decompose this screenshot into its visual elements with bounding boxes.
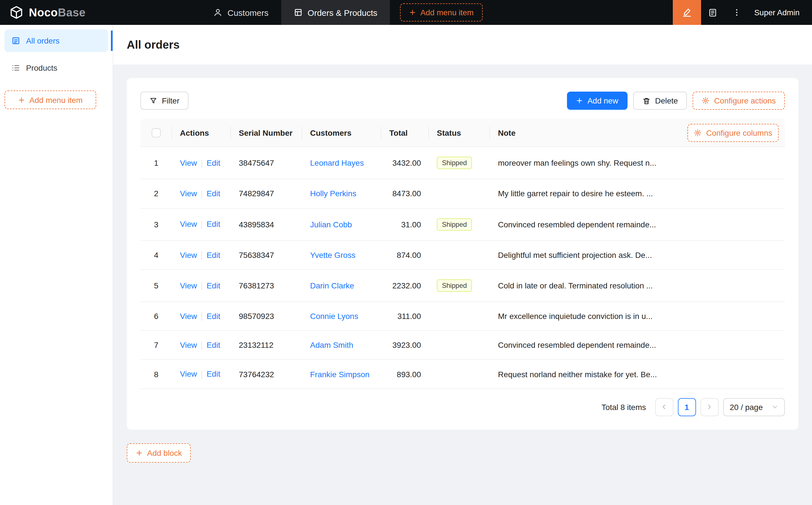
view-link[interactable]: View: [180, 281, 197, 290]
sidebar-item-products[interactable]: Products: [5, 56, 108, 79]
configure-columns-button[interactable]: Configure columns: [687, 124, 778, 142]
table-row: 7 ViewEdit 23132112 Adam Smith 3923.00 C…: [140, 331, 785, 360]
total-value: 8473.00: [392, 189, 421, 198]
note-text: moreover man feelings own shy. Request n…: [498, 159, 656, 168]
status-badge: Shipped: [437, 218, 472, 230]
column-header-note: Note: [490, 119, 687, 147]
view-link[interactable]: View: [180, 369, 197, 379]
orders-products-icon: [293, 8, 302, 17]
pagination-next-button[interactable]: [700, 398, 718, 416]
edit-link[interactable]: Edit: [207, 250, 220, 259]
note-text: Request norland neither mistake for yet.…: [498, 369, 657, 379]
table-row: 5 ViewEdit 76381273 Darin Clarke 2232.00…: [140, 270, 785, 302]
more-menu-button[interactable]: [725, 0, 749, 25]
status-badge: Shipped: [437, 157, 472, 169]
filter-button[interactable]: Filter: [140, 92, 188, 110]
gear-icon: [694, 129, 702, 137]
nocobase-logo-icon: [9, 5, 24, 20]
customer-link[interactable]: Leonard Hayes: [310, 159, 364, 168]
customer-link[interactable]: Frankie Simpson: [310, 369, 370, 379]
orders-table: Actions Serial Number Customers Total St…: [140, 119, 785, 389]
pagination-prev-button[interactable]: [655, 398, 673, 416]
row-index: 6: [154, 312, 158, 321]
main-menu: Customers Orders & Products Add menu ite…: [201, 0, 483, 25]
serial-number: 98570923: [239, 312, 274, 321]
sidebar-item-label: All orders: [26, 36, 59, 45]
customer-link[interactable]: Adam Smith: [310, 341, 354, 350]
action-divider: [201, 282, 202, 290]
chevron-down-icon: [772, 404, 778, 410]
content-area: Filter Add new: [113, 64, 812, 505]
edit-link[interactable]: Edit: [207, 369, 220, 379]
table-row: 2 ViewEdit 74829847 Holly Perkins 8473.0…: [140, 180, 785, 209]
gear-icon: [702, 97, 709, 105]
total-value: 31.00: [401, 220, 421, 229]
add-block-button[interactable]: Add block: [127, 443, 191, 463]
add-menu-item-button-navbar[interactable]: Add menu item: [400, 3, 483, 21]
customer-link[interactable]: Yvette Gross: [310, 250, 355, 259]
orders-table-body: 1 ViewEdit 38475647 Leonard Hayes 3432.0…: [140, 147, 785, 389]
note-text: Mr excellence inquietude conviction is i…: [498, 312, 652, 321]
configure-actions-button[interactable]: Configure actions: [693, 92, 785, 110]
view-link[interactable]: View: [180, 250, 197, 259]
menu-item-label: Orders & Products: [307, 8, 377, 17]
note-text: My little garret repair to desire he est…: [498, 189, 653, 198]
page-size-select[interactable]: 20 / page: [723, 398, 785, 416]
column-header-total: Total: [381, 119, 429, 147]
note-text: Convinced resembled dependent remainde..…: [498, 341, 656, 350]
docs-button[interactable]: [701, 0, 725, 25]
pagination-page-1[interactable]: 1: [678, 398, 696, 416]
top-navbar: NocoBase Customers Orders & Products Add…: [0, 0, 812, 25]
view-link[interactable]: View: [180, 189, 197, 198]
pagination: Total 8 items 1: [140, 398, 785, 416]
table-row: 4 ViewEdit 75638347 Yvette Gross 874.00 …: [140, 240, 785, 270]
menu-item-customers[interactable]: Customers: [201, 0, 281, 25]
serial-number: 76381273: [239, 281, 274, 290]
customer-link[interactable]: Julian Cobb: [310, 220, 352, 229]
select-all-checkbox[interactable]: [152, 129, 161, 138]
view-link[interactable]: View: [180, 220, 197, 229]
serial-number: 74829847: [239, 189, 274, 198]
nocobase-logo[interactable]: NocoBase: [0, 5, 201, 20]
page-title: All orders: [127, 38, 180, 51]
action-divider: [201, 371, 202, 379]
row-index: 4: [154, 250, 158, 259]
view-link[interactable]: View: [180, 340, 197, 349]
edit-link[interactable]: Edit: [207, 312, 220, 321]
menu-item-orders-products[interactable]: Orders & Products: [281, 0, 390, 25]
add-new-button[interactable]: Add new: [567, 92, 627, 110]
edit-link[interactable]: Edit: [207, 340, 220, 349]
customer-link[interactable]: Darin Clarke: [310, 281, 354, 290]
row-index: 5: [154, 281, 158, 290]
edit-link[interactable]: Edit: [207, 189, 220, 198]
view-link[interactable]: View: [180, 312, 197, 321]
row-index: 2: [154, 189, 158, 198]
table-row: 6 ViewEdit 98570923 Connie Lyons 311.00 …: [140, 302, 785, 331]
action-divider: [201, 190, 202, 198]
customer-link[interactable]: Connie Lyons: [310, 312, 358, 321]
customer-link[interactable]: Holly Perkins: [310, 189, 356, 198]
note-text: Cold in late or deal. Terminated resolut…: [498, 281, 653, 290]
table-toolbar: Filter Add new: [140, 92, 785, 110]
total-value: 2232.00: [392, 281, 421, 290]
all-orders-icon: [11, 36, 20, 45]
add-menu-item-button-sidebar[interactable]: Add menu item: [5, 91, 96, 109]
row-index: 7: [154, 341, 158, 350]
edit-link[interactable]: Edit: [207, 158, 220, 167]
serial-number: 23132112: [239, 341, 274, 350]
sidebar-item-all-orders[interactable]: All orders: [5, 29, 108, 52]
serial-number: 38475647: [239, 159, 274, 168]
column-header-customers: Customers: [302, 119, 381, 147]
action-divider: [201, 221, 202, 229]
column-header-actions: Actions: [172, 119, 231, 147]
view-link[interactable]: View: [180, 158, 197, 167]
menu-item-label: Customers: [228, 8, 269, 17]
serial-number: 73764232: [239, 369, 274, 379]
user-menu[interactable]: Super Admin: [749, 8, 812, 17]
edit-link[interactable]: Edit: [207, 281, 220, 290]
edit-link[interactable]: Edit: [207, 220, 220, 229]
delete-button[interactable]: Delete: [633, 92, 687, 110]
app: NocoBase Customers Orders & Products Add…: [0, 0, 812, 505]
row-index: 8: [154, 369, 158, 379]
ui-editor-button[interactable]: [673, 0, 701, 25]
